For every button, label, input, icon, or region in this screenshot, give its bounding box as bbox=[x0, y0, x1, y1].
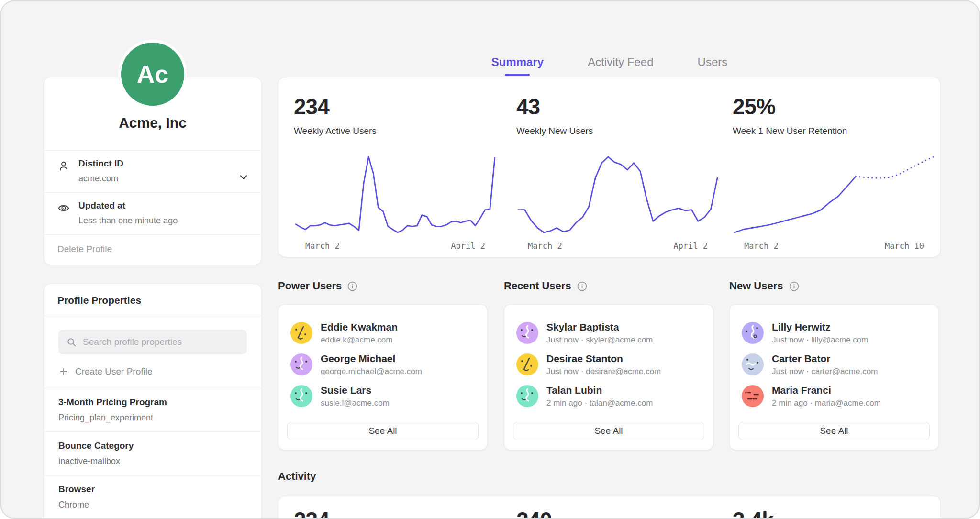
stat-weekly-active-users: 234 Weekly Active Users March 2 April 2 bbox=[294, 96, 500, 136]
section-title: Recent Users bbox=[504, 280, 571, 292]
see-all-button[interactable]: See All bbox=[738, 422, 930, 440]
x-axis: March 2 March 10 bbox=[733, 241, 935, 251]
activity-title: Activity bbox=[278, 470, 316, 483]
user-avatar bbox=[290, 385, 312, 407]
user-list-item[interactable]: Skylar Baptista Just now · skyler@acme.c… bbox=[516, 317, 713, 349]
property-value: Pricing_plan_experiment bbox=[58, 413, 247, 423]
stat-week1-retention: 25% Week 1 New User Retention March 2 Ma… bbox=[733, 96, 938, 136]
user-avatar bbox=[290, 322, 312, 344]
profile-tabs: Summary Activity Feed Users bbox=[278, 55, 941, 76]
profile-properties-card: Profile Properties Create User Profile 3… bbox=[44, 284, 262, 519]
user-avatar bbox=[742, 353, 764, 375]
user-list-item[interactable]: Susie Lars susie.l@acme.com bbox=[290, 380, 487, 412]
user-avatar bbox=[290, 353, 312, 375]
power-users-section: Power Users Eddie Kwakman eddie.k@acme.c… bbox=[278, 279, 488, 450]
app-window: Ac Acme, Inc Distinct ID acme.com bbox=[0, 0, 980, 519]
user-name: Desirae Stanton bbox=[546, 353, 661, 364]
stat-value: 43 bbox=[516, 96, 722, 118]
user-list-item[interactable]: Eddie Kwakman eddie.k@acme.com bbox=[290, 317, 487, 349]
profile-field-updated-at: Updated at Less than one minute ago bbox=[44, 192, 261, 234]
property-value: inactive-mailbox bbox=[58, 456, 247, 466]
company-avatar: Ac bbox=[118, 40, 187, 109]
search-input[interactable] bbox=[83, 337, 236, 347]
property-row-pricing-program[interactable]: 3-Month Pricing Program Pricing_plan_exp… bbox=[44, 388, 261, 431]
property-row-bounce-category[interactable]: Bounce Category inactive-mailbox bbox=[44, 431, 261, 475]
user-name: Lilly Herwitz bbox=[772, 321, 868, 333]
activity-card: 234 240 3.4k bbox=[278, 496, 941, 519]
profile-name: Acme, Inc bbox=[119, 115, 187, 131]
stat-value: 240 bbox=[516, 509, 552, 519]
delete-profile-button[interactable]: Delete Profile bbox=[44, 234, 261, 265]
user-avatar bbox=[516, 322, 538, 344]
stat-value: 234 bbox=[294, 509, 329, 519]
info-icon[interactable] bbox=[577, 281, 588, 292]
user-list-item[interactable]: Talan Lubin 2 min ago · talan@acme.com bbox=[516, 380, 713, 412]
info-icon[interactable] bbox=[789, 281, 800, 292]
recent-users-section: Recent Users Skylar Baptista Just now · … bbox=[504, 279, 713, 450]
user-name: Talan Lubin bbox=[546, 385, 653, 396]
field-label: Distinct ID bbox=[78, 158, 233, 169]
user-avatar bbox=[742, 385, 764, 407]
stat-value: 25% bbox=[733, 96, 938, 118]
user-name: Maria Franci bbox=[772, 385, 881, 396]
x-axis: March 2 April 2 bbox=[294, 241, 497, 251]
user-avatar bbox=[742, 322, 764, 344]
activity-stat-2: 240 bbox=[516, 509, 552, 519]
see-all-button[interactable]: See All bbox=[513, 422, 704, 440]
property-name: Browser bbox=[58, 484, 247, 495]
property-row-browser[interactable]: Browser Chrome bbox=[44, 475, 261, 519]
stat-label: Week 1 New User Retention bbox=[733, 126, 938, 136]
section-title: New Users bbox=[729, 280, 783, 292]
user-meta: eddie.k@acme.com bbox=[321, 335, 398, 345]
x-axis: March 2 April 2 bbox=[516, 241, 719, 251]
sparkline-weekly-new-users bbox=[516, 154, 719, 236]
user-list-item[interactable]: Carter Bator Just now · carter@acme.com bbox=[742, 349, 938, 380]
property-value: Chrome bbox=[58, 500, 247, 510]
new-users-section: New Users Lilly Herwitz Just now · lilly… bbox=[729, 279, 939, 450]
user-name: Skylar Baptista bbox=[546, 321, 653, 333]
user-list-item[interactable]: Lilly Herwitz Just now · lilly@acme.com bbox=[742, 317, 938, 349]
profile-properties-search[interactable] bbox=[58, 330, 247, 354]
tab-users[interactable]: Users bbox=[698, 55, 728, 76]
axis-tick-right: April 2 bbox=[673, 241, 708, 251]
stat-label: Weekly New Users bbox=[516, 126, 722, 136]
user-list-item[interactable]: Maria Franci 2 min ago · maria@acme.com bbox=[742, 380, 938, 412]
user-name: George Michael bbox=[321, 353, 422, 364]
sparkline-weekly-active-users bbox=[294, 154, 497, 236]
profile-properties-title: Profile Properties bbox=[44, 284, 261, 316]
recent-users-card: Skylar Baptista Just now · skyler@acme.c… bbox=[504, 304, 713, 450]
user-meta: susie.l@acme.com bbox=[321, 398, 390, 408]
tab-summary[interactable]: Summary bbox=[491, 55, 544, 76]
create-user-profile-button[interactable]: Create User Profile bbox=[58, 366, 247, 377]
profile-field-distinct-id: Distinct ID acme.com bbox=[44, 150, 261, 192]
create-user-profile-label: Create User Profile bbox=[75, 366, 153, 377]
user-name: Susie Lars bbox=[321, 385, 390, 396]
avatar-initials: Ac bbox=[137, 60, 168, 88]
axis-tick-right: April 2 bbox=[451, 241, 485, 251]
info-icon[interactable] bbox=[347, 281, 358, 292]
search-icon bbox=[66, 337, 77, 348]
property-name: Bounce Category bbox=[58, 441, 247, 451]
sparkline-week1-retention bbox=[733, 154, 935, 236]
see-all-button[interactable]: See All bbox=[287, 422, 479, 440]
stat-value: 3.4k bbox=[733, 509, 774, 519]
summary-stats-card: 234 Weekly Active Users March 2 April 2 … bbox=[278, 77, 941, 257]
user-name: Carter Bator bbox=[772, 353, 878, 364]
chevron-down-icon[interactable] bbox=[237, 171, 250, 183]
user-meta: 2 min ago · maria@acme.com bbox=[772, 398, 881, 408]
stat-value: 234 bbox=[294, 96, 500, 118]
user-avatar bbox=[516, 353, 538, 375]
tab-activity-feed[interactable]: Activity Feed bbox=[588, 55, 653, 76]
stat-weekly-new-users: 43 Weekly New Users March 2 April 2 bbox=[516, 96, 722, 136]
user-list-item[interactable]: Desirae Stanton Just now · desirare@acme… bbox=[516, 349, 713, 380]
user-list-item[interactable]: George Michael george.michael@acme.com bbox=[290, 349, 487, 380]
activity-stat-1: 234 bbox=[294, 509, 329, 519]
stat-label: Weekly Active Users bbox=[294, 126, 500, 136]
property-name: 3-Month Pricing Program bbox=[58, 397, 247, 408]
eye-icon bbox=[57, 202, 70, 214]
axis-tick-right: March 10 bbox=[885, 241, 924, 251]
user-meta: 2 min ago · talan@acme.com bbox=[546, 398, 653, 408]
avatar-circle: Ac bbox=[121, 43, 184, 106]
user-name: Eddie Kwakman bbox=[321, 321, 398, 333]
axis-tick-left: March 2 bbox=[744, 241, 779, 251]
